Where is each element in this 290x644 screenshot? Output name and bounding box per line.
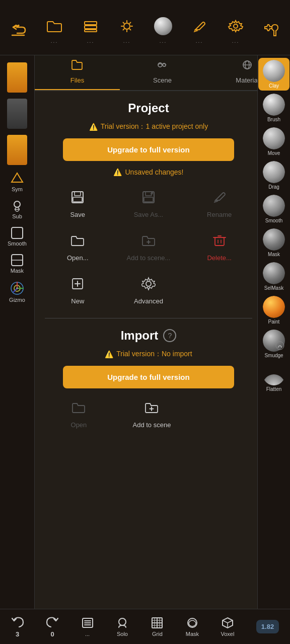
upgrade-project-btn[interactable]: Upgrade to full version — [63, 138, 234, 161]
save-as-action[interactable]: Save As... — [116, 185, 182, 223]
color-swatch-2[interactable] — [7, 99, 27, 129]
advanced-action[interactable]: Advanced — [116, 272, 182, 310]
open-import-action[interactable]: Open — [45, 395, 113, 434]
color-swatch-1[interactable] — [7, 62, 27, 93]
folder-icon — [44, 16, 64, 36]
advanced-label: Advanced — [134, 297, 163, 305]
svg-point-57 — [119, 618, 126, 625]
save-icon — [70, 190, 85, 208]
smooth-right-tool[interactable]: Smooth — [258, 193, 289, 225]
grid-btn[interactable]: Grid — [151, 616, 164, 637]
gizmo-tool[interactable]: Gizmo — [3, 278, 31, 305]
warn-icon-3: ⚠️ — [105, 350, 113, 358]
sym-tool[interactable]: Sym — [3, 169, 31, 194]
svg-rect-1 — [85, 22, 97, 25]
mask-left-tool[interactable]: Mask — [3, 251, 31, 276]
move-right-tool[interactable]: Move — [258, 125, 289, 158]
clay-right-tool[interactable]: Clay — [258, 58, 289, 91]
new-action[interactable]: New — [45, 272, 111, 310]
flatten-right-tool[interactable]: Flatten — [258, 361, 289, 394]
brush-right-tool[interactable]: Brush — [258, 92, 289, 124]
files-tab-label: Files — [70, 76, 84, 84]
svg-point-13 — [234, 24, 238, 28]
flatten-right-label: Flatten — [266, 386, 282, 392]
material-tab-label: Material — [236, 76, 259, 84]
paint-sphere — [263, 296, 285, 318]
selmask-right-tool[interactable]: SelMask — [258, 260, 289, 293]
back-icon — [8, 20, 28, 40]
mask-bottom-btn[interactable]: Mask — [186, 616, 199, 637]
paint-right-label: Paint — [268, 319, 280, 325]
solo-btn[interactable]: Solo — [116, 616, 129, 637]
pen-tool-btn[interactable]: ... — [189, 16, 209, 44]
svg-rect-18 — [12, 227, 23, 238]
delete-action[interactable]: Delete... — [186, 228, 252, 267]
sun-icon — [117, 16, 137, 36]
add-to-scene-import-action[interactable]: Add to scene — [118, 395, 186, 434]
smooth-left-tool[interactable]: Smooth — [3, 223, 31, 249]
tab-scene[interactable]: Scene — [120, 59, 205, 90]
sun-tool-btn[interactable]: ... — [117, 16, 137, 44]
mask-left-label: Mask — [11, 268, 24, 274]
open-label: Open... — [67, 254, 89, 262]
tab-files[interactable]: Files — [35, 59, 120, 90]
import-trial-text: Trial version：No import — [116, 350, 192, 359]
scene-tab-icon — [156, 59, 168, 73]
clay-preview-icon — [153, 16, 173, 36]
solo-label: Solo — [117, 631, 128, 637]
svg-rect-37 — [144, 197, 153, 202]
smooth-sphere — [263, 195, 285, 217]
warn-icon-1: ⚠️ — [89, 123, 98, 131]
svg-point-15 — [14, 201, 20, 207]
open-import-label: Open — [71, 421, 87, 429]
layers-tool-btn[interactable]: ... — [81, 16, 101, 44]
drag-right-tool[interactable]: Drag — [258, 159, 289, 192]
svg-marker-14 — [12, 173, 23, 182]
tab-bar: Files Scene — [35, 55, 290, 91]
voxel-btn[interactable]: Voxel — [221, 616, 235, 637]
center-panel: Files Scene — [35, 55, 290, 609]
add-to-scene-action[interactable]: Add to scene... — [116, 228, 182, 267]
layers-icon — [81, 16, 101, 36]
save-action[interactable]: Save — [45, 185, 111, 223]
smudge-right-tool[interactable]: Smudge — [258, 328, 289, 360]
import-header: Import ? — [45, 329, 252, 343]
save-as-icon — [141, 190, 156, 208]
open-action[interactable]: Open... — [45, 228, 111, 267]
grid-icon — [151, 616, 164, 629]
solo-icon — [116, 616, 129, 629]
redo-btn[interactable]: 0 — [46, 616, 59, 638]
files-tool-btn[interactable]: ... — [44, 16, 64, 44]
smudge-right-label: Smudge — [264, 353, 283, 358]
project-trial-text: Trial version：1 active project only — [101, 122, 208, 131]
rename-action[interactable]: Rename — [186, 185, 252, 223]
pen-icon — [189, 16, 209, 36]
undo-count: 3 — [16, 630, 19, 638]
files-dots: ... — [51, 38, 58, 44]
tools-tool-btn[interactable] — [262, 20, 282, 40]
advanced-icon — [141, 277, 156, 294]
import-actions-grid: Open Add to scene — [45, 395, 186, 434]
mask-bottom-icon — [186, 616, 199, 629]
wrench-icon — [262, 20, 282, 40]
mask-right-tool[interactable]: Mask — [258, 226, 289, 259]
help-icon[interactable]: ? — [163, 329, 176, 342]
svg-line-10 — [130, 29, 131, 30]
svg-rect-34 — [73, 197, 82, 202]
layers-dots: ... — [87, 38, 94, 44]
upgrade-import-btn[interactable]: Upgrade to full version — [63, 366, 234, 388]
grid-label: Grid — [152, 631, 163, 637]
unsaved-notice: ⚠️ Unsaved changes! — [45, 168, 252, 176]
menu-label: ... — [85, 631, 90, 637]
version-badge[interactable]: 1.82 — [256, 620, 279, 633]
mask-right-label: Mask — [268, 252, 280, 257]
back-tool-btn[interactable] — [8, 20, 28, 40]
clay-preview-btn[interactable]: ... — [153, 16, 173, 44]
paint-right-tool[interactable]: Paint — [258, 294, 289, 327]
color-swatch-3[interactable] — [7, 135, 27, 165]
menu-btn[interactable]: ... — [81, 616, 94, 637]
left-sidebar: Sym Sub Smooth Mask — [0, 55, 35, 609]
undo-btn[interactable]: 3 — [11, 616, 24, 638]
sub-tool[interactable]: Sub — [3, 196, 31, 221]
settings-tool-btn[interactable]: ... — [226, 16, 246, 44]
